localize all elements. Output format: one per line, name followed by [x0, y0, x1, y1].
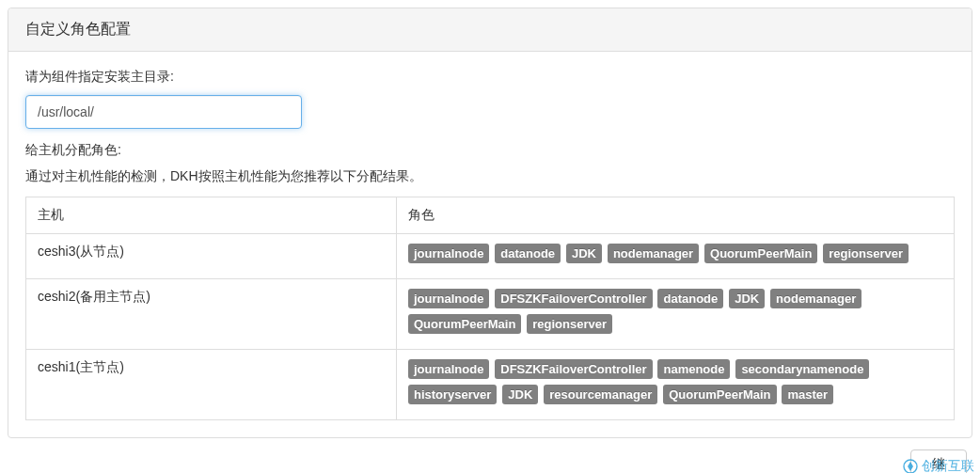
continue-button[interactable]: 继 — [910, 449, 967, 473]
role-tag[interactable]: journalnode — [408, 244, 489, 263]
host-cell: ceshi1(主节点) — [26, 350, 397, 420]
role-tag[interactable]: QuorumPeerMain — [408, 314, 521, 334]
table-row: ceshi2(备用主节点)journalnode DFSZKFailoverCo… — [26, 279, 955, 350]
table-row: ceshi3(从节点)journalnode datanode JDK node… — [26, 234, 955, 279]
col-header-host: 主机 — [26, 197, 397, 234]
role-tag[interactable]: master — [782, 385, 833, 404]
role-tag[interactable]: JDK — [729, 289, 765, 308]
role-tag[interactable]: journalnode — [408, 359, 489, 379]
role-tag[interactable]: journalnode — [408, 289, 489, 308]
install-dir-input[interactable] — [25, 95, 302, 129]
role-tag[interactable]: secondarynamenode — [735, 359, 869, 379]
roles-table: 主机 角色 ceshi3(从节点)journalnode datanode JD… — [25, 197, 955, 420]
host-cell: ceshi2(备用主节点) — [26, 279, 397, 350]
assign-roles-label: 给主机分配角色: — [25, 142, 955, 159]
footer: 继 — [8, 446, 972, 473]
role-tag[interactable]: historyserver — [408, 385, 497, 404]
role-tag[interactable]: nodemanager — [608, 244, 699, 263]
role-config-panel: 自定义角色配置 请为组件指定安装主目录: 给主机分配角色: 通过对主机性能的检测… — [8, 8, 972, 438]
role-tag[interactable]: QuorumPeerMain — [663, 385, 776, 404]
roles-cell: journalnode datanode JDK nodemanager Quo… — [397, 234, 955, 279]
role-tag[interactable]: QuorumPeerMain — [704, 244, 817, 263]
role-tag[interactable]: datanode — [495, 244, 561, 263]
table-row: ceshi1(主节点)journalnode DFSZKFailoverCont… — [26, 350, 955, 420]
roles-cell: journalnode DFSZKFailoverController name… — [397, 350, 955, 420]
role-tag[interactable]: regionserver — [527, 314, 612, 334]
col-header-role: 角色 — [397, 197, 955, 234]
roles-cell: journalnode DFSZKFailoverController data… — [397, 279, 955, 350]
role-tag[interactable]: namenode — [657, 359, 730, 379]
role-tag[interactable]: DFSZKFailoverController — [495, 289, 652, 308]
role-tag[interactable]: DFSZKFailoverController — [495, 359, 652, 379]
role-tag[interactable]: resourcemanager — [544, 385, 657, 404]
assign-roles-hint: 通过对主机性能的检测，DKH按照主机性能为您推荐以下分配结果。 — [25, 168, 955, 185]
panel-title: 自定义角色配置 — [8, 8, 972, 52]
panel-body: 请为组件指定安装主目录: 给主机分配角色: 通过对主机性能的检测，DKH按照主机… — [8, 52, 972, 437]
host-cell: ceshi3(从节点) — [26, 234, 397, 279]
role-tag[interactable]: JDK — [566, 244, 602, 263]
role-tag[interactable]: nodemanager — [770, 289, 861, 308]
role-tag[interactable]: datanode — [657, 289, 723, 308]
role-tag[interactable]: regionserver — [823, 244, 909, 263]
role-tag[interactable]: JDK — [502, 385, 538, 404]
install-dir-label: 请为组件指定安装主目录: — [25, 69, 955, 86]
